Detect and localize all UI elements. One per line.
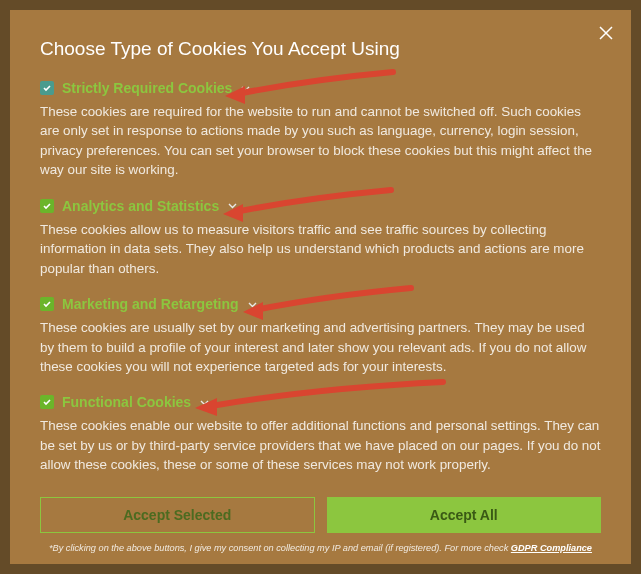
section-description: These cookies allow us to measure visito… (40, 220, 601, 278)
chevron-down-icon (240, 83, 251, 94)
accept-all-button[interactable]: Accept All (327, 497, 602, 533)
modal-title: Choose Type of Cookies You Accept Using (40, 38, 601, 60)
checkbox-icon[interactable] (40, 199, 54, 213)
chevron-down-icon (227, 200, 238, 211)
cookie-section-strictly-required: Strictly Required Cookies These cookies … (40, 80, 601, 180)
chevron-down-icon (199, 397, 210, 408)
section-header[interactable]: Functional Cookies (40, 394, 601, 410)
cookie-section-analytics: Analytics and Statistics These cookies a… (40, 198, 601, 278)
checkbox-icon[interactable] (40, 395, 54, 409)
section-label: Strictly Required Cookies (62, 80, 232, 96)
section-header[interactable]: Strictly Required Cookies (40, 80, 601, 96)
footer-text: *By clicking on the above buttons, I giv… (49, 543, 511, 553)
section-header[interactable]: Analytics and Statistics (40, 198, 601, 214)
checkbox-icon[interactable] (40, 297, 54, 311)
section-description: These cookies are usually set by our mar… (40, 318, 601, 376)
cookie-section-marketing: Marketing and Retargeting These cookies … (40, 296, 601, 376)
section-description: These cookies are required for the websi… (40, 102, 601, 180)
chevron-down-icon (247, 299, 258, 310)
cookie-section-functional: Functional Cookies These cookies enable … (40, 394, 601, 474)
section-description: These cookies enable our website to offe… (40, 416, 601, 474)
section-header[interactable]: Marketing and Retargeting (40, 296, 601, 312)
gdpr-link[interactable]: GDPR Compliance (511, 543, 592, 553)
section-label: Marketing and Retargeting (62, 296, 239, 312)
cookie-modal: Choose Type of Cookies You Accept Using … (10, 10, 631, 564)
button-row: Accept Selected Accept All (40, 497, 601, 533)
section-label: Functional Cookies (62, 394, 191, 410)
section-label: Analytics and Statistics (62, 198, 219, 214)
footer-disclaimer: *By clicking on the above buttons, I giv… (40, 543, 601, 553)
accept-selected-button[interactable]: Accept Selected (40, 497, 315, 533)
checkbox-icon[interactable] (40, 81, 54, 95)
close-icon[interactable] (599, 26, 613, 40)
